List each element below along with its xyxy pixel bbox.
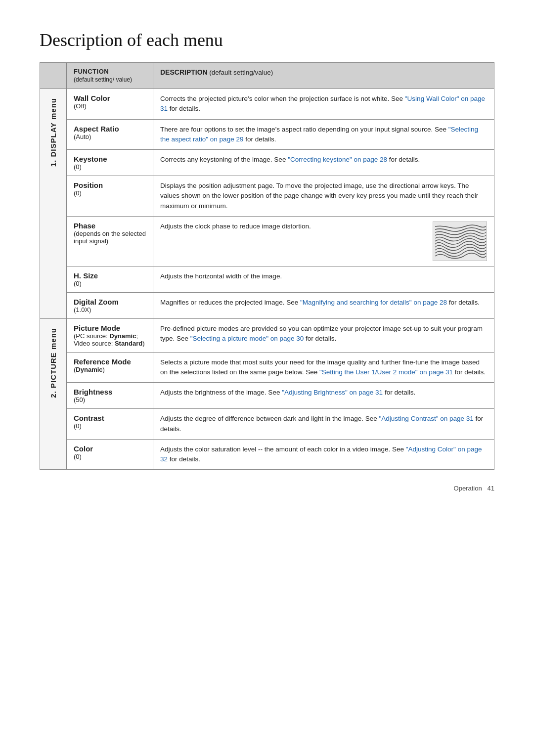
brightness-func: Brightness (50) [67, 383, 153, 409]
color-func: Color (0) [67, 439, 153, 470]
position-row: Position (0) Displays the position adjus… [40, 176, 494, 217]
wall-color-name: Wall Color [74, 94, 146, 102]
phase-distortion-image [433, 222, 487, 261]
wall-color-link[interactable]: "Using Wall Color" on page 31 [160, 95, 485, 112]
phase-desc-text: Adjusts the clock phase to reduce image … [160, 222, 311, 231]
reference-mode-desc: Selects a picture mode that most suits y… [153, 352, 494, 383]
keystone-name: Keystone [74, 155, 146, 163]
hsize-func: H. Size (0) [67, 266, 153, 292]
digital-zoom-name: Digital Zoom [74, 298, 146, 306]
picture-mode-name: Picture Mode [74, 324, 146, 332]
keystone-default: (0) [74, 163, 146, 171]
picture-mode-default: (PC source: Dynamic; Video source: Stand… [74, 332, 146, 347]
brightness-default: (50) [74, 396, 146, 403]
digital-zoom-desc: Magnifies or reduces the projected image… [153, 292, 494, 318]
aspect-ratio-default: (Auto) [74, 133, 146, 140]
phase-func: Phase (depends on the selected input sig… [67, 216, 153, 266]
header-desc-sub: (default setting/value) [209, 69, 273, 76]
keystone-desc: Corrects any keystoning of the image. Se… [153, 150, 494, 176]
display-wall-color-row: 1. DISPLAY menu Wall Color (Off) Correct… [40, 89, 494, 120]
header-func-sub: (default setting/ value) [74, 76, 132, 83]
digital-zoom-link[interactable]: "Magnifying and searching for details" o… [300, 299, 447, 306]
digital-zoom-default: (1.0X) [74, 306, 146, 313]
brightness-name: Brightness [74, 388, 146, 396]
position-name: Position [74, 181, 146, 189]
picture-mode-desc: Pre-defined picture modes are provided s… [153, 318, 494, 352]
wall-color-desc: Corrects the projected picture's color w… [153, 89, 494, 120]
position-desc: Displays the position adjustment page. T… [153, 176, 494, 217]
header-function-col: FUNCTION (default setting/ value) [67, 63, 153, 89]
wall-color-default: (Off) [74, 102, 146, 110]
phase-default: (depends on the selected input signal) [74, 230, 146, 245]
display-section-label: 1. DISPLAY menu [47, 94, 59, 171]
brightness-desc: Adjusts the brightness of the image. See… [153, 383, 494, 409]
header-section-col [40, 63, 67, 89]
phase-row: Phase (depends on the selected input sig… [40, 216, 494, 266]
hsize-desc: Adjusts the horizontal width of the imag… [153, 266, 494, 292]
position-default: (0) [74, 189, 146, 197]
hsize-default: (0) [74, 280, 146, 287]
picture-mode-link[interactable]: "Selecting a picture mode" on page 30 [190, 335, 304, 342]
contrast-row: Contrast (0) Adjusts the degree of diffe… [40, 409, 494, 440]
contrast-name: Contrast [74, 414, 146, 422]
color-desc: Adjusts the color saturation level -- th… [153, 439, 494, 470]
position-func: Position (0) [67, 176, 153, 217]
color-name: Color [74, 445, 146, 453]
wall-color-func: Wall Color (Off) [67, 89, 153, 120]
header-description-col: DESCRIPTION (default setting/value) [153, 63, 494, 89]
reference-mode-link[interactable]: "Setting the User 1/User 2 mode" on page… [319, 368, 453, 376]
reference-mode-default: (Dynamic) [74, 366, 146, 373]
phase-name: Phase [74, 222, 146, 230]
contrast-func: Contrast (0) [67, 409, 153, 440]
page-title: Description of each menu [40, 30, 494, 50]
aspect-ratio-row: Aspect Ratio (Auto) There are four optio… [40, 119, 494, 150]
footer-page: 41 [488, 485, 494, 492]
aspect-ratio-name: Aspect Ratio [74, 125, 146, 133]
contrast-desc: Adjusts the degree of difference between… [153, 409, 494, 440]
keystone-link[interactable]: "Correcting keystone" on page 28 [288, 156, 387, 163]
brightness-row: Brightness (50) Adjusts the brightness o… [40, 383, 494, 409]
color-link[interactable]: "Adjusting Color" on page 32 [160, 445, 482, 463]
picture-section-cell: 2. PICTURE menu [40, 318, 67, 470]
contrast-default: (0) [74, 422, 146, 430]
footer-section: Operation [454, 485, 482, 492]
contrast-link[interactable]: "Adjusting Contrast" on page 31 [379, 415, 474, 422]
aspect-ratio-link[interactable]: "Selecting the aspect ratio" on page 29 [160, 126, 478, 143]
picture-mode-func: Picture Mode (PC source: Dynamic; Video … [67, 318, 153, 352]
phase-desc: Adjusts the clock phase to reduce image … [153, 216, 494, 266]
brightness-link[interactable]: "Adjusting Brightness" on page 31 [282, 389, 383, 396]
digital-zoom-row: Digital Zoom (1.0X) Magnifies or reduces… [40, 292, 494, 318]
color-default: (0) [74, 453, 146, 460]
menu-description-table: FUNCTION (default setting/ value) DESCRI… [40, 62, 494, 470]
reference-mode-row: Reference Mode (Dynamic) Selects a pictu… [40, 352, 494, 383]
hsize-name: H. Size [74, 271, 146, 280]
header-func-label: FUNCTION [74, 68, 109, 75]
keystone-func: Keystone (0) [67, 150, 153, 176]
color-row: Color (0) Adjusts the color saturation l… [40, 439, 494, 470]
picture-mode-row: 2. PICTURE menu Picture Mode (PC source:… [40, 318, 494, 352]
aspect-ratio-func: Aspect Ratio (Auto) [67, 119, 153, 150]
display-section-cell: 1. DISPLAY menu [40, 89, 67, 319]
digital-zoom-func: Digital Zoom (1.0X) [67, 292, 153, 318]
footer: Operation 41 [40, 485, 494, 492]
reference-mode-func: Reference Mode (Dynamic) [67, 352, 153, 383]
header-desc-label: DESCRIPTION [160, 68, 208, 76]
aspect-ratio-desc: There are four options to set the image'… [153, 119, 494, 150]
reference-mode-name: Reference Mode [74, 357, 146, 366]
keystone-row: Keystone (0) Corrects any keystoning of … [40, 150, 494, 176]
hsize-row: H. Size (0) Adjusts the horizontal width… [40, 266, 494, 292]
picture-section-label: 2. PICTURE menu [47, 324, 59, 402]
